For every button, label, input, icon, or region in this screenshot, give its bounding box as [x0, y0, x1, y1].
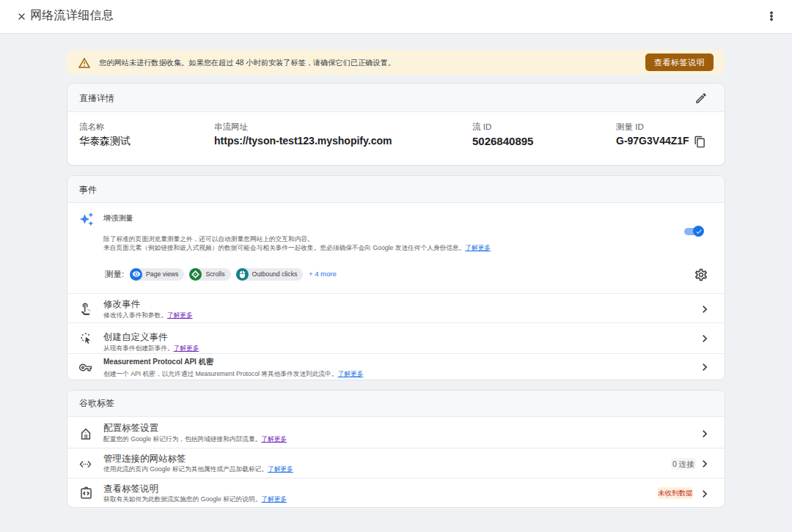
svg-text:g: g — [84, 432, 87, 439]
